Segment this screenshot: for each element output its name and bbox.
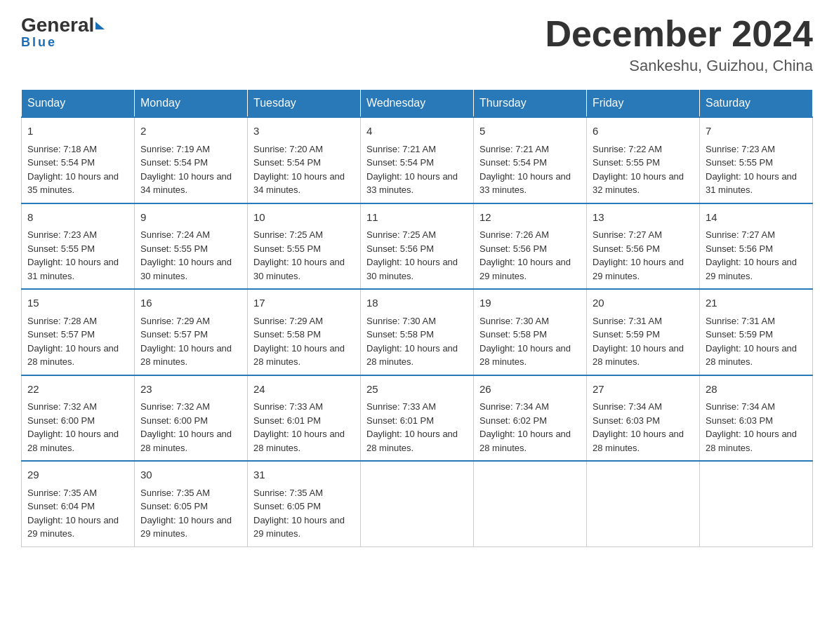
sunset-text: Sunset: 5:59 PM bbox=[706, 329, 773, 340]
sunset-text: Sunset: 5:56 PM bbox=[479, 243, 547, 254]
title-block: December 2024 Sankeshu, Guizhou, China bbox=[545, 14, 813, 75]
day-number: 4 bbox=[366, 123, 468, 140]
day-number: 14 bbox=[706, 210, 807, 226]
daylight-text: Daylight: 10 hours and 31 minutes. bbox=[706, 171, 797, 196]
day-number: 28 bbox=[706, 382, 807, 398]
daylight-text: Daylight: 10 hours and 28 minutes. bbox=[27, 343, 119, 368]
table-row: 8Sunrise: 7:23 AMSunset: 5:55 PMDaylight… bbox=[22, 203, 135, 290]
logo-general-text: General bbox=[21, 14, 94, 36]
sunrise-text: Sunrise: 7:29 AM bbox=[253, 316, 323, 326]
table-row: 6Sunrise: 7:22 AMSunset: 5:55 PMDaylight… bbox=[587, 117, 700, 203]
daylight-text: Daylight: 10 hours and 28 minutes. bbox=[253, 343, 345, 368]
sunset-text: Sunset: 5:55 PM bbox=[140, 243, 208, 254]
daylight-text: Daylight: 10 hours and 29 minutes. bbox=[27, 515, 119, 539]
day-number: 15 bbox=[27, 295, 128, 311]
day-number: 30 bbox=[140, 467, 241, 483]
sunrise-text: Sunrise: 7:24 AM bbox=[140, 229, 210, 240]
sunrise-text: Sunrise: 7:28 AM bbox=[27, 316, 97, 326]
day-number: 23 bbox=[140, 382, 241, 398]
table-row: 20Sunrise: 7:31 AMSunset: 5:59 PMDayligh… bbox=[587, 289, 700, 375]
table-row: 16Sunrise: 7:29 AMSunset: 5:57 PMDayligh… bbox=[135, 289, 248, 375]
daylight-text: Daylight: 10 hours and 32 minutes. bbox=[593, 171, 684, 196]
logo: General Blue bbox=[21, 14, 105, 50]
daylight-text: Daylight: 10 hours and 30 minutes. bbox=[253, 257, 345, 281]
daylight-text: Daylight: 10 hours and 30 minutes. bbox=[140, 257, 232, 281]
sunrise-text: Sunrise: 7:31 AM bbox=[706, 316, 775, 326]
daylight-text: Daylight: 10 hours and 28 minutes. bbox=[479, 429, 571, 453]
day-number: 25 bbox=[366, 382, 468, 398]
calendar-header-row: Sunday Monday Tuesday Wednesday Thursday… bbox=[22, 90, 813, 118]
col-tuesday: Tuesday bbox=[248, 90, 361, 118]
table-row bbox=[700, 461, 813, 546]
table-row: 9Sunrise: 7:24 AMSunset: 5:55 PMDaylight… bbox=[135, 203, 248, 290]
daylight-text: Daylight: 10 hours and 29 minutes. bbox=[706, 257, 797, 281]
sunset-text: Sunset: 5:55 PM bbox=[593, 157, 660, 168]
logo-triangle-icon bbox=[95, 22, 105, 29]
table-row: 15Sunrise: 7:28 AMSunset: 5:57 PMDayligh… bbox=[22, 289, 135, 375]
table-row: 4Sunrise: 7:21 AMSunset: 5:54 PMDaylight… bbox=[361, 117, 474, 203]
sunset-text: Sunset: 6:02 PM bbox=[479, 415, 547, 426]
table-row: 21Sunrise: 7:31 AMSunset: 5:59 PMDayligh… bbox=[700, 289, 813, 375]
day-number: 18 bbox=[366, 295, 468, 311]
daylight-text: Daylight: 10 hours and 28 minutes. bbox=[366, 343, 458, 368]
sunset-text: Sunset: 5:56 PM bbox=[706, 243, 773, 254]
daylight-text: Daylight: 10 hours and 28 minutes. bbox=[253, 429, 345, 453]
sunset-text: Sunset: 5:54 PM bbox=[140, 157, 208, 168]
calendar-week-row: 1Sunrise: 7:18 AMSunset: 5:54 PMDaylight… bbox=[22, 117, 813, 203]
daylight-text: Daylight: 10 hours and 29 minutes. bbox=[593, 257, 684, 281]
col-thursday: Thursday bbox=[474, 90, 587, 118]
sunset-text: Sunset: 5:57 PM bbox=[27, 329, 95, 340]
table-row: 30Sunrise: 7:35 AMSunset: 6:05 PMDayligh… bbox=[135, 461, 248, 546]
table-row: 13Sunrise: 7:27 AMSunset: 5:56 PMDayligh… bbox=[587, 203, 700, 290]
daylight-text: Daylight: 10 hours and 28 minutes. bbox=[706, 429, 797, 453]
sunrise-text: Sunrise: 7:23 AM bbox=[27, 229, 97, 240]
sunset-text: Sunset: 6:04 PM bbox=[27, 501, 95, 511]
sunrise-text: Sunrise: 7:30 AM bbox=[479, 316, 549, 326]
day-number: 29 bbox=[27, 467, 128, 483]
day-number: 26 bbox=[479, 382, 581, 398]
daylight-text: Daylight: 10 hours and 33 minutes. bbox=[479, 171, 571, 196]
col-sunday: Sunday bbox=[22, 90, 135, 118]
sunrise-text: Sunrise: 7:32 AM bbox=[27, 401, 97, 412]
day-number: 12 bbox=[479, 210, 581, 226]
daylight-text: Daylight: 10 hours and 28 minutes. bbox=[479, 343, 571, 368]
sunrise-text: Sunrise: 7:31 AM bbox=[593, 316, 662, 326]
sunrise-text: Sunrise: 7:21 AM bbox=[366, 144, 436, 154]
sunrise-text: Sunrise: 7:26 AM bbox=[479, 229, 549, 240]
table-row: 7Sunrise: 7:23 AMSunset: 5:55 PMDaylight… bbox=[700, 117, 813, 203]
day-number: 27 bbox=[593, 382, 694, 398]
calendar-table: Sunday Monday Tuesday Wednesday Thursday… bbox=[21, 89, 813, 547]
sunrise-text: Sunrise: 7:25 AM bbox=[366, 229, 436, 240]
daylight-text: Daylight: 10 hours and 28 minutes. bbox=[366, 429, 458, 453]
daylight-text: Daylight: 10 hours and 28 minutes. bbox=[593, 343, 684, 368]
day-number: 17 bbox=[253, 295, 355, 311]
daylight-text: Daylight: 10 hours and 33 minutes. bbox=[366, 171, 458, 196]
sunrise-text: Sunrise: 7:25 AM bbox=[253, 229, 323, 240]
table-row: 29Sunrise: 7:35 AMSunset: 6:04 PMDayligh… bbox=[22, 461, 135, 546]
sunrise-text: Sunrise: 7:23 AM bbox=[706, 144, 775, 154]
sunset-text: Sunset: 6:05 PM bbox=[140, 501, 208, 511]
daylight-text: Daylight: 10 hours and 28 minutes. bbox=[27, 429, 119, 453]
day-number: 24 bbox=[253, 382, 355, 398]
sunset-text: Sunset: 5:58 PM bbox=[366, 329, 434, 340]
sunrise-text: Sunrise: 7:34 AM bbox=[593, 401, 662, 412]
sunset-text: Sunset: 6:01 PM bbox=[366, 415, 434, 426]
sunset-text: Sunset: 6:05 PM bbox=[253, 501, 321, 511]
sunset-text: Sunset: 5:54 PM bbox=[253, 157, 321, 168]
sunset-text: Sunset: 5:58 PM bbox=[479, 329, 547, 340]
sunrise-text: Sunrise: 7:27 AM bbox=[706, 229, 775, 240]
col-friday: Friday bbox=[587, 90, 700, 118]
day-number: 22 bbox=[27, 382, 128, 398]
table-row: 22Sunrise: 7:32 AMSunset: 6:00 PMDayligh… bbox=[22, 375, 135, 462]
sunset-text: Sunset: 5:59 PM bbox=[593, 329, 660, 340]
daylight-text: Daylight: 10 hours and 29 minutes. bbox=[140, 515, 232, 539]
sunset-text: Sunset: 6:03 PM bbox=[706, 415, 773, 426]
table-row: 27Sunrise: 7:34 AMSunset: 6:03 PMDayligh… bbox=[587, 375, 700, 462]
sunset-text: Sunset: 5:54 PM bbox=[27, 157, 95, 168]
sunrise-text: Sunrise: 7:27 AM bbox=[593, 229, 662, 240]
day-number: 8 bbox=[27, 210, 128, 226]
sunrise-text: Sunrise: 7:35 AM bbox=[27, 488, 97, 498]
sunset-text: Sunset: 6:00 PM bbox=[140, 415, 208, 426]
day-number: 10 bbox=[253, 210, 355, 226]
sunrise-text: Sunrise: 7:22 AM bbox=[593, 144, 662, 154]
